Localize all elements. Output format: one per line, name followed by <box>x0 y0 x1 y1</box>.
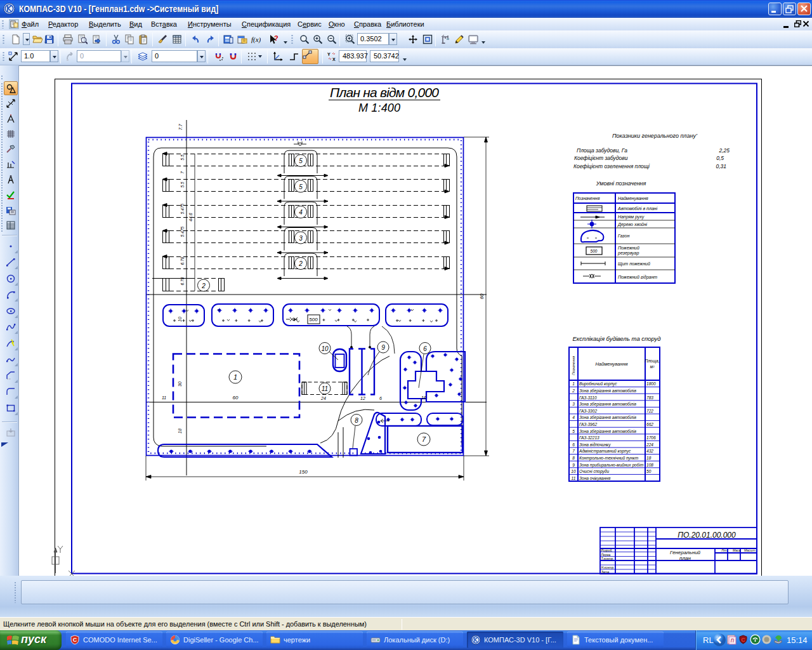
svg-text:1800: 1800 <box>646 381 656 386</box>
svg-text:18: 18 <box>646 456 652 460</box>
svg-text:150: 150 <box>299 469 308 475</box>
svg-text:Щит пожежний: Щит пожежний <box>618 262 650 267</box>
svg-text:6.78: 6.78 <box>180 277 185 285</box>
svg-text:6: 6 <box>379 396 382 401</box>
svg-text:Розроб.: Розроб. <box>601 548 613 552</box>
svg-text:Пожежний гідрант: Пожежний гідрант <box>618 275 657 280</box>
svg-text:м²: м² <box>650 364 655 369</box>
svg-text:Виробничий корпус: Виробничий корпус <box>579 381 617 387</box>
svg-text:5.475: 5.475 <box>180 226 185 237</box>
svg-text:n: n <box>731 637 735 644</box>
svg-text:ПО.20.01.00.000: ПО.20.01.00.000 <box>678 531 736 540</box>
svg-text:6.78: 6.78 <box>180 256 185 265</box>
svg-text:Адміністративний корпус: Адміністративний корпус <box>579 449 631 454</box>
svg-text:5.5: 5.5 <box>180 154 185 160</box>
svg-text:9: 9 <box>381 344 385 351</box>
svg-text:722: 722 <box>646 409 653 413</box>
svg-text:8: 8 <box>355 417 358 424</box>
svg-text:f(x): f(x) <box>251 36 261 44</box>
svg-text:Т.контр.: Т.контр. <box>601 557 614 560</box>
svg-text:Зона відпочинку: Зона відпочинку <box>579 442 611 448</box>
svg-text:108: 108 <box>646 463 653 467</box>
svg-text:Y: Y <box>327 52 331 56</box>
svg-text:Перев.: Перев. <box>601 553 612 557</box>
svg-text:ГАЗ-3302: ГАЗ-3302 <box>579 409 597 413</box>
svg-text:Маса: Маса <box>733 548 741 552</box>
svg-text:Найменування: Найменування <box>618 196 648 201</box>
svg-text:ГАЗ-32213: ГАЗ-32213 <box>579 435 599 440</box>
svg-text:60: 60 <box>233 395 239 401</box>
svg-text:7: 7 <box>572 449 575 453</box>
svg-text:Зона прибирально-мийних робіт: Зона прибирально-мийних робіт <box>579 463 644 468</box>
svg-text:Затв.: Затв. <box>601 570 610 574</box>
svg-text:16: 16 <box>421 395 426 400</box>
svg-text:6: 6 <box>423 345 427 352</box>
svg-text:500: 500 <box>309 317 318 322</box>
svg-text:3: 3 <box>299 235 303 242</box>
svg-text:4: 4 <box>299 209 303 216</box>
svg-text:Зона очікування: Зона очікування <box>579 476 611 481</box>
svg-text:Очисні споруди: Очисні споруди <box>579 469 609 474</box>
svg-text:5.475: 5.475 <box>180 203 185 214</box>
svg-text:Газон: Газон <box>618 234 629 238</box>
svg-text:2,25: 2,25 <box>718 147 730 154</box>
svg-text:0,31: 0,31 <box>716 163 726 169</box>
svg-text:Генеральний: Генеральний <box>670 550 701 555</box>
svg-text:10: 10 <box>178 317 182 322</box>
svg-text:Умовні позначення: Умовні позначення <box>596 180 646 187</box>
svg-text:Найменування: Найменування <box>595 361 627 367</box>
svg-text:Н.контр.: Н.контр. <box>601 566 615 569</box>
svg-text:4: 4 <box>572 415 575 420</box>
svg-text:12: 12 <box>360 396 365 401</box>
svg-text:Площа,: Площа, <box>645 359 659 364</box>
svg-text:Показники генерального плану’: Показники генерального плану’ <box>612 133 698 139</box>
svg-text:2: 2 <box>298 260 303 267</box>
svg-text:план: план <box>679 555 691 561</box>
svg-text:5: 5 <box>572 429 575 434</box>
svg-text:Зона зберігання автомобілів: Зона зберігання автомобілів <box>579 388 636 394</box>
svg-text:5: 5 <box>299 183 303 190</box>
svg-text:Дерево хвойні: Дерево хвойні <box>617 222 648 227</box>
svg-text:Пожежний: Пожежний <box>618 246 639 250</box>
svg-text:10: 10 <box>571 469 576 474</box>
svg-text:24: 24 <box>320 396 326 401</box>
svg-text:Літ.: Літ. <box>721 548 728 552</box>
svg-text:Масшт.: Масшт. <box>744 548 756 552</box>
svg-text:Напрям руху: Напрям руху <box>618 215 645 220</box>
svg-text:Автомобілі в плані: Автомобілі в плані <box>617 206 658 211</box>
svg-text:662: 662 <box>646 422 653 427</box>
svg-text:резервуар: резервуар <box>617 251 639 256</box>
svg-text:11: 11 <box>322 385 328 392</box>
svg-text:432: 432 <box>646 449 653 453</box>
svg-text:0,5: 0,5 <box>716 155 724 161</box>
svg-text:11: 11 <box>162 395 166 400</box>
svg-text:Площа забудови, Га: Площа забудови, Га <box>577 147 627 154</box>
svg-text:2: 2 <box>201 282 206 289</box>
svg-text:10: 10 <box>321 345 329 352</box>
svg-text:X: X <box>332 57 336 62</box>
svg-text:5.5: 5.5 <box>180 182 185 187</box>
svg-text:Зона зберігання автомобілів: Зона зберігання автомобілів <box>579 429 636 434</box>
svg-text:500: 500 <box>591 249 598 253</box>
svg-text:7.7: 7.7 <box>178 123 183 130</box>
svg-text:Контрольно-технічний пункт: Контрольно-технічний пункт <box>579 456 639 461</box>
svg-text:7: 7 <box>180 171 185 174</box>
svg-text:Експлікація будівель та споруд: Експлікація будівель та споруд <box>572 335 660 342</box>
svg-text:C: C <box>73 637 77 643</box>
svg-text:6: 6 <box>572 442 575 447</box>
svg-text:М 1:400: М 1:400 <box>358 102 400 114</box>
svg-text:60: 60 <box>479 293 485 299</box>
svg-text:9: 9 <box>572 463 575 467</box>
svg-text:44.6: 44.6 <box>188 213 193 222</box>
svg-text:ГАЗ-3110: ГАЗ-3110 <box>579 395 597 400</box>
svg-text:7: 7 <box>422 435 426 443</box>
svg-text:1706: 1706 <box>646 435 656 440</box>
svg-text:8: 8 <box>572 456 575 460</box>
svg-text:Коефіцієнт озеленення площі: Коефіцієнт озеленення площі <box>573 163 650 169</box>
svg-text:1: 1 <box>572 381 575 386</box>
svg-text:18: 18 <box>178 428 182 434</box>
svg-text:2: 2 <box>572 388 575 393</box>
svg-text:224: 224 <box>646 442 653 447</box>
svg-text:C: C <box>741 637 745 643</box>
svg-text:1: 1 <box>233 373 237 381</box>
